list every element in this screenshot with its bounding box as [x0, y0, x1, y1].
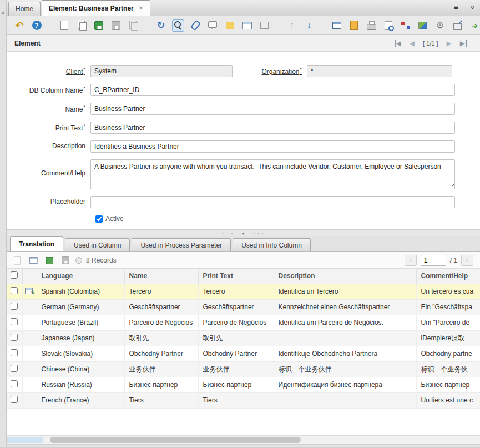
cell-description[interactable]	[274, 392, 416, 408]
expand-sidebar-icon[interactable]: »	[0, 0, 7, 447]
find-record-icon[interactable]	[172, 19, 184, 32]
table-row[interactable]: Portuguese (Brazil) Parceiro de Negócios…	[7, 315, 480, 330]
export-icon[interactable]	[451, 19, 463, 32]
col-language[interactable]: Language	[37, 269, 124, 284]
cell-language[interactable]: Japanese (Japan)	[37, 330, 124, 346]
cell-language[interactable]: Portuguese (Brazil)	[37, 315, 124, 330]
copy-record-icon[interactable]	[75, 19, 88, 32]
organization-field[interactable]	[307, 65, 452, 77]
cell-comment[interactable]: Бизнес партнер	[416, 377, 480, 392]
cell-name[interactable]: 业务伙伴	[124, 361, 198, 377]
archive-icon[interactable]	[468, 19, 480, 32]
cell-name[interactable]: Бизнес партнер	[124, 377, 198, 392]
cell-description[interactable]: Kennzeichnet einen Geschäftspartner	[274, 299, 416, 315]
cell-language[interactable]: French (France)	[37, 392, 124, 408]
tab-translation[interactable]: Translation	[10, 236, 63, 251]
parent-record-icon[interactable]	[286, 19, 298, 32]
cell-print-text[interactable]: 业务伙伴	[198, 361, 274, 377]
save-icon[interactable]	[93, 19, 105, 32]
process-icon[interactable]	[434, 19, 446, 32]
row-checkbox[interactable]	[11, 396, 18, 403]
cell-description[interactable]: Identifica un Tercero	[274, 284, 416, 299]
horizontal-scrollbar[interactable]	[7, 435, 480, 444]
row-checkbox[interactable]	[11, 365, 18, 372]
row-checkbox[interactable]	[11, 380, 18, 387]
next-page-icon[interactable]	[461, 255, 473, 266]
cell-comment[interactable]: Um "Parceiro de	[416, 315, 480, 330]
cell-print-text[interactable]: Tiers	[198, 392, 274, 408]
cell-name[interactable]: Parceiro de Negócios	[124, 315, 198, 330]
cell-print-text[interactable]: Geschäftspartner	[198, 299, 274, 315]
page-number-input[interactable]	[421, 255, 446, 266]
cell-print-text[interactable]: 取引先	[198, 330, 274, 346]
table-row[interactable]: German (Germany) Geschäftspartner Geschä…	[7, 299, 480, 315]
cell-description[interactable]	[274, 330, 416, 346]
client-label[interactable]: Client	[11, 65, 90, 75]
note-icon[interactable]	[224, 19, 236, 32]
table-row[interactable]: Spanish (Colombia) Tercero Tercero Ident…	[7, 284, 480, 299]
panel-splitter[interactable]	[7, 229, 480, 236]
cell-name[interactable]: Tiers	[124, 392, 198, 408]
cell-description[interactable]: Identifikuje Obchodného Partnera	[274, 346, 416, 361]
table-row[interactable]: Russian (Russia) Бизнес партнер Бизнес п…	[7, 377, 480, 392]
row-checkbox[interactable]	[11, 287, 18, 294]
name-field[interactable]	[90, 103, 455, 115]
previous-record-icon[interactable]: ◀	[410, 40, 415, 47]
close-tab-icon[interactable]: ✕	[139, 5, 143, 11]
attachment-icon[interactable]	[189, 19, 201, 32]
cell-comment[interactable]: Ein "Geschäftspa	[416, 299, 480, 315]
help-icon[interactable]	[31, 19, 43, 32]
cell-print-text[interactable]: Obchodný Partner	[198, 346, 274, 361]
detail-customize-grid-icon[interactable]	[28, 255, 39, 265]
cell-name[interactable]: 取引先	[124, 330, 198, 346]
table-row[interactable]: Japanese (Japan) 取引先 取引先 iDempiereは取	[7, 330, 480, 346]
print-text-field[interactable]	[90, 122, 455, 134]
row-checkbox[interactable]	[11, 303, 18, 310]
placeholder-field[interactable]	[90, 196, 455, 208]
new-record-icon[interactable]	[58, 19, 70, 32]
cell-comment[interactable]: iDempiereは取	[416, 330, 480, 346]
description-field[interactable]	[90, 140, 455, 153]
cell-language[interactable]: Chinese (China)	[37, 361, 124, 377]
detail-new-record-icon[interactable]	[12, 255, 23, 265]
row-checkbox[interactable]	[11, 349, 18, 356]
col-description[interactable]: Description	[274, 269, 416, 284]
row-checkbox[interactable]	[11, 318, 18, 325]
tab-used-in-info-column[interactable]: Used in Info Column	[233, 238, 311, 251]
workflow-icon[interactable]	[400, 19, 412, 32]
cell-language[interactable]: German (Germany)	[37, 299, 124, 315]
horizontal-scrollbar-thumb[interactable]	[50, 437, 301, 443]
delete-record-icon[interactable]	[127, 19, 139, 32]
select-all-checkbox[interactable]	[11, 271, 18, 279]
cell-name[interactable]: Tercero	[124, 284, 198, 299]
refresh-icon[interactable]	[155, 19, 167, 32]
col-name[interactable]: Name	[124, 269, 198, 284]
db-column-name-field[interactable]	[90, 84, 455, 96]
chat-icon[interactable]	[206, 19, 219, 32]
last-record-icon[interactable]: ▶	[460, 40, 467, 47]
cell-language[interactable]: Spanish (Colombia)	[37, 284, 124, 299]
cell-language[interactable]: Slovak (Slovakia)	[37, 346, 124, 361]
window-icon[interactable]	[331, 19, 343, 32]
table-row[interactable]: Chinese (China) 业务伙伴 业务伙伴 标识一个业务伙伴 标识一个业…	[7, 361, 480, 377]
print-preview-icon[interactable]	[382, 19, 395, 32]
first-record-icon[interactable]: ◀	[395, 40, 401, 47]
organization-label[interactable]: Organization	[233, 65, 307, 75]
row-checkbox[interactable]	[11, 334, 18, 341]
active-checkbox[interactable]	[95, 215, 103, 223]
cell-comment[interactable]: Un tiers est une c	[416, 392, 480, 408]
grid-toggle-icon[interactable]	[241, 19, 253, 32]
tab-element-business-partner[interactable]: Element: Business Partner ✕	[42, 0, 150, 16]
cell-name[interactable]: Obchodný Partner	[124, 346, 198, 361]
print-icon[interactable]	[365, 19, 377, 32]
import-icon[interactable]	[258, 19, 270, 32]
detail-record-icon[interactable]	[303, 19, 315, 32]
ignore-changes-icon[interactable]	[13, 19, 26, 32]
next-record-icon[interactable]: ▶	[447, 40, 452, 47]
previous-page-icon[interactable]	[405, 255, 417, 266]
cell-description[interactable]: Identifica um Parceiro de Negócios.	[274, 315, 416, 330]
table-row[interactable]: French (France) Tiers Tiers Un tiers est…	[7, 392, 480, 408]
table-row[interactable]: Slovak (Slovakia) Obchodný Partner Obcho…	[7, 346, 480, 361]
cell-description[interactable]: 标识一个业务伙伴	[274, 361, 416, 377]
cell-description[interactable]: Идентификация бизнес-партнера	[274, 377, 416, 392]
